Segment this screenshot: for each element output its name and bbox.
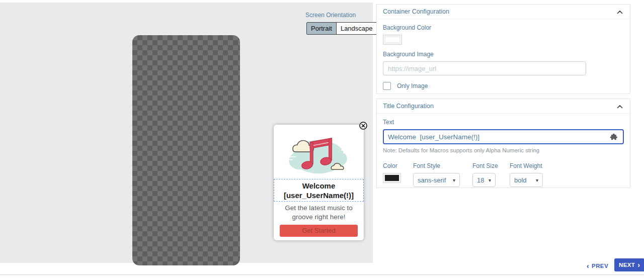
bottom-divider (0, 274, 644, 275)
title-text-input[interactable] (384, 130, 605, 143)
caret-down-icon: ▾ (532, 177, 538, 183)
chevron-up-icon[interactable] (617, 10, 623, 14)
title-text-field (383, 129, 624, 144)
color-label: Color (383, 162, 413, 169)
font-size-select[interactable]: 18 ▾ (472, 173, 496, 187)
background-image-label: Background Image (383, 51, 624, 58)
caret-down-icon: ▾ (449, 177, 455, 183)
message-builder-page: Screen Orientation Portrait Landscape (0, 0, 644, 279)
preview-title-line2: [user_UserName(!)] (274, 191, 363, 200)
font-style-label: Font Style (413, 162, 472, 169)
next-button[interactable]: NEXT› (614, 258, 644, 271)
text-label: Text (383, 119, 624, 126)
font-size-label: Font Size (472, 162, 510, 169)
font-weight-select[interactable]: bold ▾ (510, 173, 543, 187)
preview-canvas: Screen Orientation Portrait Landscape (0, 3, 373, 263)
chevron-right-icon: › (637, 261, 640, 269)
title-color-swatch[interactable] (383, 173, 401, 183)
close-icon[interactable] (359, 122, 367, 130)
music-illustration (282, 131, 356, 177)
macro-puzzle-icon[interactable] (610, 133, 618, 141)
chevron-left-icon: ‹ (587, 262, 589, 270)
container-configuration-title: Container Configuration (383, 8, 449, 15)
title-configuration-panel: Title Configuration Text Note: Defaults … (376, 99, 630, 188)
inapp-message-card: Welcome [user_UserName(!)] Get the lates… (274, 125, 364, 240)
orientation-portrait-button[interactable]: Portrait (307, 23, 337, 34)
font-style-select[interactable]: sans-serif ▾ (413, 173, 460, 187)
chevron-up-icon[interactable] (617, 105, 623, 109)
background-image-input[interactable] (383, 61, 586, 75)
background-color-label: Background Color (383, 24, 624, 31)
container-configuration-panel: Container Configuration Background Color… (376, 4, 630, 94)
screen-orientation-label: Screen Orientation (305, 12, 356, 19)
preview-title-line1: Welcome (274, 181, 363, 191)
macro-note: Note: Defaults for Macros supports only … (383, 147, 624, 153)
prev-button[interactable]: ‹PREV (587, 262, 608, 270)
title-configuration-title: Title Configuration (383, 103, 434, 110)
orientation-toggle: Portrait Landscape (306, 22, 377, 35)
orientation-landscape-button[interactable]: Landscape (337, 23, 377, 34)
phone-preview: Welcome [user_UserName(!)] Get the lates… (132, 35, 240, 265)
preview-body-text: Get the latest music to groove right her… (274, 204, 364, 222)
preview-title-selected[interactable]: Welcome [user_UserName(!)] (274, 179, 364, 202)
only-image-checkbox[interactable] (383, 82, 391, 90)
font-weight-label: Font Weight (510, 162, 543, 169)
caret-down-icon: ▾ (485, 177, 491, 183)
only-image-label: Only Image (397, 82, 428, 89)
background-color-swatch[interactable] (383, 35, 402, 45)
preview-cta-button[interactable]: Get Started (280, 225, 358, 237)
